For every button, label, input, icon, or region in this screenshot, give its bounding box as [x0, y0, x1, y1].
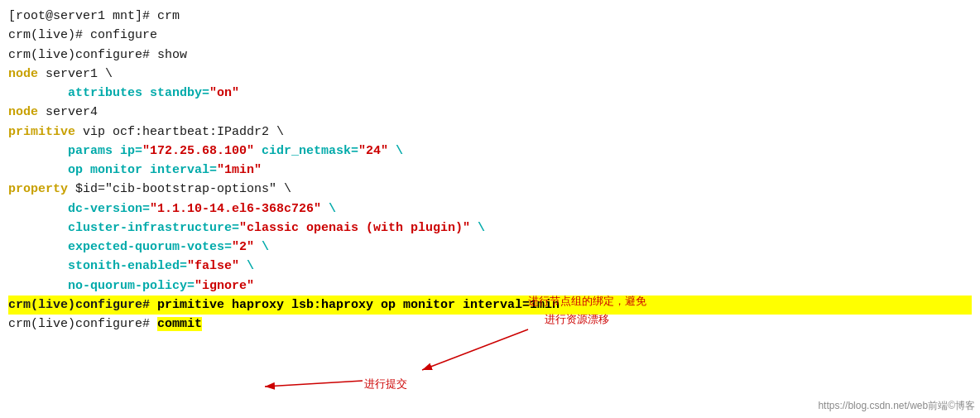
svg-line-0	[422, 329, 528, 370]
terminal-line-17: crm(live)configure# commit	[8, 315, 972, 334]
terminal-line-12: cluster-infrastructure="classic openais …	[8, 219, 972, 238]
keyword-node: node	[8, 67, 38, 81]
terminal-line-3: crm(live)configure# show	[8, 46, 972, 65]
terminal-line-9: op monitor interval="1min"	[8, 161, 972, 180]
terminal-line-5: attributes standby="on"	[8, 84, 972, 103]
terminal-line-15: no-quorum-policy="ignore"	[8, 276, 972, 295]
terminal-line-6: node server4	[8, 103, 972, 122]
terminal-line-7: primitive vip ocf:heartbeat:IPaddr2 \	[8, 123, 972, 142]
terminal: [root@server1 mnt]# crm crm(live)# confi…	[0, 0, 980, 418]
terminal-line-1: [root@server1 mnt]# crm	[8, 7, 972, 26]
terminal-line-13: expected-quorum-votes="2" \	[8, 238, 972, 257]
terminal-line-8: params ip="172.25.68.100" cidr_netmask="…	[8, 142, 972, 161]
annotation-commit: 进行提交	[364, 377, 407, 392]
terminal-line-16-highlighted: crm(live)configure# primitive haproxy ls…	[8, 295, 972, 315]
terminal-line-2: crm(live)# configure	[8, 26, 972, 45]
terminal-line-11: dc-version="1.1.10-14.el6-368c726" \	[8, 199, 972, 219]
terminal-line-10: property $id="cib-bootstrap-options" \	[8, 180, 972, 199]
terminal-line-14: stonith-enabled="false" \	[8, 257, 972, 276]
svg-line-1	[265, 381, 363, 387]
terminal-line-4: node server1 \	[8, 65, 972, 84]
watermark: https://blog.csdn.net/web前端©博客	[818, 399, 975, 413]
